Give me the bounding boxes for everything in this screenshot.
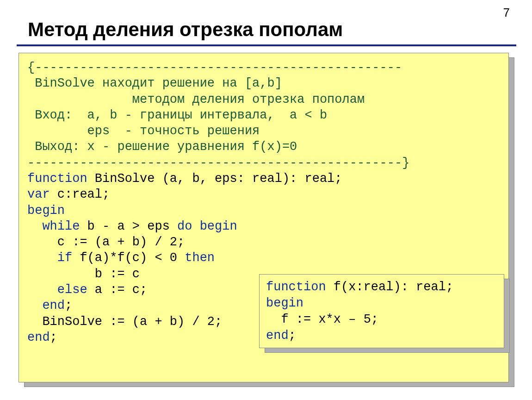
comment-line: eps - точность решения	[27, 124, 260, 138]
code-text: b := c	[27, 267, 140, 281]
code-text: f(x:real): real;	[326, 280, 453, 294]
code-text: BinSolve := (a + b) / 2;	[27, 315, 222, 329]
keyword: if	[27, 251, 72, 265]
comment-line: ----------------------------------------…	[27, 156, 409, 170]
comment-line: методом деления отрезка пополам	[27, 93, 365, 106]
comment-line: {---------------------------------------…	[27, 61, 402, 75]
slide-title: Метод деления отрезка пополам	[28, 19, 343, 41]
code-text: c := (a + b) / 2;	[27, 235, 185, 249]
keyword: begin	[27, 204, 65, 218]
code-text: f(a)*f(c) < 0	[72, 251, 185, 265]
code-box-sub: function f(x:real): real; begin f := x*x…	[259, 274, 504, 348]
code-text: a := c;	[87, 283, 148, 297]
keyword: do begin	[177, 219, 237, 233]
page-number: 7	[503, 6, 510, 20]
comment-line: Выход: x - решение уравнения f(x)=0	[27, 140, 297, 154]
keyword: begin	[266, 296, 303, 310]
code-text: BinSolve (a, b, eps: real): real;	[87, 172, 342, 186]
code-text: c:real;	[50, 188, 110, 201]
keyword: var	[27, 188, 50, 201]
keyword: while	[27, 219, 80, 233]
code-text: b - a > eps	[80, 219, 177, 233]
keyword: function	[266, 280, 326, 294]
keyword: end	[266, 329, 289, 343]
code-text: ;	[289, 329, 296, 343]
keyword: function	[27, 172, 87, 186]
code-text: f := x*x – 5;	[266, 312, 378, 326]
code-text: ;	[50, 331, 57, 344]
comment-line: Вход: a, b - границы интервала, a < b	[27, 108, 327, 122]
title-underline	[17, 44, 516, 46]
keyword: end	[27, 299, 65, 312]
code-text: ;	[65, 299, 72, 312]
keyword: then	[185, 251, 215, 265]
keyword: else	[27, 283, 87, 297]
comment-line: BinSolve находит решение на [a,b]	[27, 76, 282, 90]
keyword: end	[27, 331, 50, 344]
